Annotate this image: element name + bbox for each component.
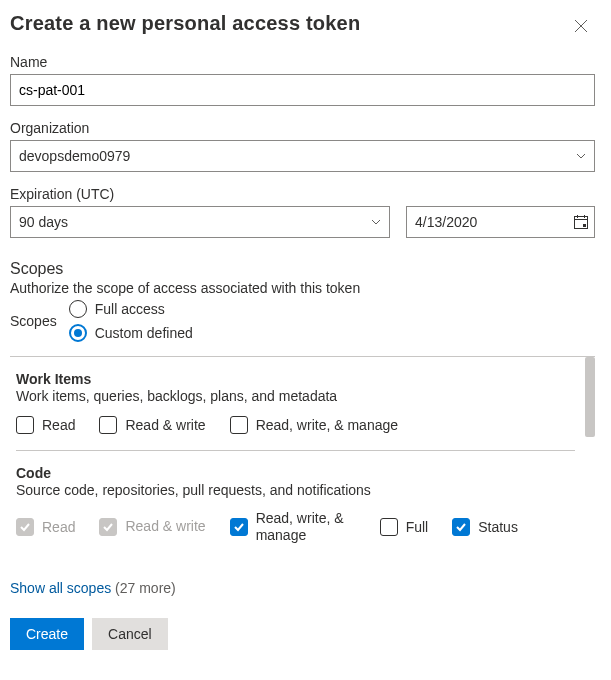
- scope-perm-row: ReadRead & writeRead, write, & manageFul…: [16, 510, 575, 544]
- create-pat-dialog: Create a new personal access token Name …: [0, 0, 611, 680]
- checkbox-icon: [16, 416, 34, 434]
- radio-full-access[interactable]: Full access: [69, 300, 193, 318]
- name-field: Name: [10, 54, 595, 106]
- checkbox-checked-icon: [16, 518, 34, 536]
- scope-perm-label: Read & write: [125, 417, 205, 433]
- scope-perm-checkbox[interactable]: Read, write, & manage: [230, 510, 356, 544]
- chevron-down-icon: [370, 216, 382, 228]
- scope-perm-checkbox: Read & write: [99, 518, 205, 536]
- scope-perm-label: Read, write, & manage: [256, 417, 398, 433]
- scope-group-desc: Source code, repositories, pull requests…: [16, 482, 575, 498]
- organization-field: Organization devopsdemo0979: [10, 120, 595, 172]
- checkbox-icon: [380, 518, 398, 536]
- dialog-header: Create a new personal access token: [10, 12, 595, 40]
- svg-rect-4: [583, 224, 586, 227]
- scrollbar-thumb[interactable]: [585, 357, 595, 437]
- name-label: Name: [10, 54, 595, 70]
- scope-perm-label: Read, write, & manage: [256, 510, 356, 544]
- scopes-label: Scopes: [10, 313, 57, 329]
- scopes-radio-row: Scopes Full access Custom defined: [10, 300, 595, 342]
- scope-group-code: CodeSource code, repositories, pull requ…: [16, 451, 575, 560]
- name-input[interactable]: [10, 74, 595, 106]
- checkbox-icon: [99, 416, 117, 434]
- scope-perm-label: Full: [406, 519, 429, 535]
- scope-perm-row: ReadRead & writeRead, write, & manage: [16, 416, 575, 434]
- expiration-date-value: 4/13/2020: [415, 214, 477, 230]
- radio-full-label: Full access: [95, 301, 165, 317]
- scope-perm-label: Status: [478, 519, 518, 535]
- close-icon: [574, 19, 588, 33]
- checkbox-checked-icon: [452, 518, 470, 536]
- scope-perm-checkbox[interactable]: Read & write: [99, 416, 205, 434]
- organization-label: Organization: [10, 120, 595, 136]
- scope-group-work-items: Work ItemsWork items, queries, backlogs,…: [16, 357, 575, 451]
- chevron-down-icon: [575, 150, 587, 162]
- organization-select[interactable]: devopsdemo0979: [10, 140, 595, 172]
- scope-perm-checkbox[interactable]: Read: [16, 416, 75, 434]
- scope-perm-checkbox[interactable]: Full: [380, 518, 429, 536]
- scope-perm-label: Read & write: [125, 518, 205, 535]
- radio-icon: [69, 324, 87, 342]
- scope-perm-checkbox: Read: [16, 518, 75, 536]
- checkbox-icon: [230, 416, 248, 434]
- radio-custom-defined[interactable]: Custom defined: [69, 324, 193, 342]
- expiration-duration-select[interactable]: 90 days: [10, 206, 390, 238]
- scope-perm-checkbox[interactable]: Read, write, & manage: [230, 416, 398, 434]
- dialog-title: Create a new personal access token: [10, 12, 360, 35]
- scopes-list: Work ItemsWork items, queries, backlogs,…: [10, 356, 595, 560]
- show-all-scopes-row: Show all scopes (27 more): [10, 580, 595, 596]
- close-button[interactable]: [567, 12, 595, 40]
- radio-icon: [69, 300, 87, 318]
- calendar-icon: [573, 214, 589, 230]
- scope-group-title: Code: [16, 465, 575, 481]
- scope-group-desc: Work items, queries, backlogs, plans, an…: [16, 388, 575, 404]
- scopes-description: Authorize the scope of access associated…: [10, 280, 595, 296]
- scope-perm-label: Read: [42, 417, 75, 433]
- expiration-date-input[interactable]: 4/13/2020: [406, 206, 595, 238]
- dialog-footer: Create Cancel: [10, 618, 595, 650]
- scope-perm-label: Read: [42, 519, 75, 535]
- scopes-heading: Scopes: [10, 260, 595, 278]
- cancel-button[interactable]: Cancel: [92, 618, 168, 650]
- checkbox-checked-icon: [99, 518, 117, 536]
- expiration-label: Expiration (UTC): [10, 186, 595, 202]
- create-button[interactable]: Create: [10, 618, 84, 650]
- checkbox-checked-icon: [230, 518, 248, 536]
- show-all-scopes-link[interactable]: Show all scopes: [10, 580, 111, 596]
- expiration-field: Expiration (UTC) 90 days 4/13/2020: [10, 186, 595, 238]
- expiration-duration-value: 90 days: [19, 214, 68, 230]
- show-all-count: (27 more): [115, 580, 176, 596]
- organization-value: devopsdemo0979: [19, 148, 130, 164]
- scope-group-title: Work Items: [16, 371, 575, 387]
- radio-custom-label: Custom defined: [95, 325, 193, 341]
- scope-perm-checkbox[interactable]: Status: [452, 518, 518, 536]
